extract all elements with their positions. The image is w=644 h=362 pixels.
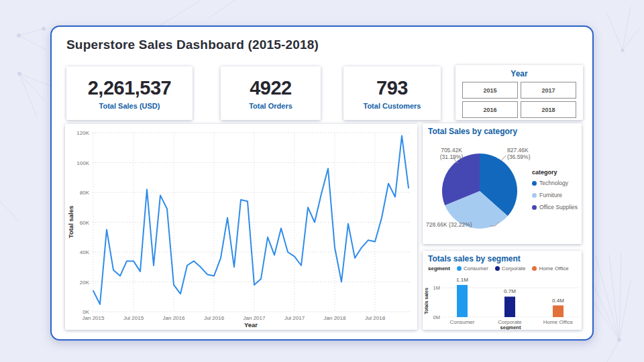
y-tick-label: 0K bbox=[83, 309, 89, 315]
consumer-dot-icon bbox=[457, 266, 462, 271]
bar-value-label: 0.7M bbox=[504, 288, 516, 294]
pie-callout-technology: 827.46K (36.59%) bbox=[507, 147, 547, 160]
technology-dot-icon bbox=[532, 181, 537, 186]
pie-callout-office-supplies: 705.42K (31.19%) bbox=[429, 147, 474, 160]
total-sales-by-year-line-chart[interactable]: 0K20K40K60K80K100K120KJan 2015Jul 2015Ja… bbox=[65, 124, 417, 330]
bar-x-tick-label: Home Office bbox=[543, 319, 574, 325]
year-button-2017[interactable]: 2017 bbox=[521, 82, 576, 99]
kpi-total-customers-value: 793 bbox=[376, 77, 408, 99]
office-supplies-dot-icon bbox=[532, 205, 537, 210]
pie-chart-title: Total Sales by category bbox=[428, 127, 517, 136]
kpi-total-sales-label: Total Sales (USD) bbox=[99, 102, 160, 110]
bar-x-tick-label: Consumer bbox=[450, 319, 475, 325]
bar-value-label: 1.1M bbox=[456, 277, 468, 283]
pie-legend: category Technology Furniture Office Sup… bbox=[532, 169, 578, 216]
x-tick-label: Jan 2018 bbox=[324, 315, 346, 321]
dashboard-panel: Superstore Sales Dashboard (2015-2018) 2… bbox=[50, 25, 594, 341]
kpi-card-total-customers: 793 Total Customers bbox=[343, 66, 441, 120]
sales-by-segment-bar-chart[interactable]: 0M1M1.1MConsumer0.7MCorporate0.4MHome Of… bbox=[423, 271, 582, 330]
year-button-2016[interactable]: 2016 bbox=[462, 101, 518, 118]
kpi-total-customers-label: Total Customers bbox=[364, 102, 421, 110]
bar-x-axis-title: segment bbox=[500, 324, 521, 330]
bar-chart-card: Totals sales by segment segment Consumer… bbox=[423, 251, 582, 330]
pie-legend-title: category bbox=[532, 169, 578, 176]
x-tick-label: Jul 2016 bbox=[204, 315, 225, 321]
legend-item-technology[interactable]: Technology bbox=[532, 180, 578, 186]
x-tick-label: Jul 2018 bbox=[365, 315, 386, 321]
x-tick-label: Jan 2015 bbox=[83, 315, 105, 321]
y-tick-label: 20K bbox=[80, 280, 90, 286]
bar-consumer[interactable] bbox=[457, 285, 468, 317]
kpi-card-total-orders: 4922 Total Orders bbox=[221, 66, 321, 120]
bar-y-tick-label: 1M bbox=[433, 285, 440, 291]
legend-item-office-supplies[interactable]: Office Supplies bbox=[532, 204, 578, 210]
year-slicer-title: Year bbox=[462, 69, 576, 78]
pie-callout-furniture: 728.66K (32.22%) bbox=[426, 221, 500, 228]
bar-value-label: 0.4M bbox=[552, 298, 564, 304]
year-button-2015[interactable]: 2015 bbox=[462, 82, 518, 99]
y-tick-label: 40K bbox=[80, 249, 90, 255]
kpi-total-orders-value: 4922 bbox=[250, 77, 292, 99]
year-slicer: Year 2015 2017 2016 2018 bbox=[455, 65, 583, 120]
x-axis-title: Year bbox=[244, 321, 258, 328]
corporate-dot-icon bbox=[495, 266, 500, 271]
sales-by-category-pie[interactable] bbox=[441, 153, 518, 229]
x-tick-label: Jul 2017 bbox=[284, 315, 305, 321]
y-tick-label: 100K bbox=[76, 160, 89, 166]
x-tick-label: Jan 2016 bbox=[163, 315, 185, 321]
pie-chart-card: Total Sales by category 705.42K (31.19%)… bbox=[423, 123, 582, 244]
kpi-total-sales-value: 2,261,537 bbox=[88, 77, 172, 99]
furniture-dot-icon bbox=[532, 193, 537, 198]
y-tick-label: 80K bbox=[80, 190, 90, 196]
x-tick-label: Jul 2015 bbox=[123, 315, 144, 321]
y-tick-label: 120K bbox=[76, 130, 89, 136]
kpi-card-total-sales: 2,261,537 Total Sales (USD) bbox=[66, 66, 193, 120]
line-chart-card: 0K20K40K60K80K100K120KJan 2015Jul 2015Ja… bbox=[65, 124, 417, 330]
home-office-dot-icon bbox=[532, 266, 537, 271]
year-button-2018[interactable]: 2018 bbox=[521, 101, 576, 118]
bar-corporate[interactable] bbox=[504, 296, 515, 317]
bar-chart-title: Totals sales by segment bbox=[428, 254, 521, 263]
kpi-total-orders-label: Total Orders bbox=[249, 102, 292, 110]
bar-y-axis-title: Totals sales bbox=[424, 288, 429, 314]
x-tick-label: Jan 2017 bbox=[244, 315, 266, 321]
year-slicer-grid: 2015 2017 2016 2018 bbox=[462, 82, 576, 118]
y-axis-title: Total sales bbox=[67, 206, 74, 238]
total-sales-line-series[interactable] bbox=[93, 135, 409, 304]
legend-item-furniture[interactable]: Furniture bbox=[532, 192, 578, 198]
bar-home-office[interactable] bbox=[553, 306, 564, 317]
page-title: Superstore Sales Dashboard (2015-2018) bbox=[66, 38, 319, 52]
bar-y-tick-label: 0M bbox=[433, 314, 440, 320]
y-tick-label: 60K bbox=[80, 220, 90, 226]
